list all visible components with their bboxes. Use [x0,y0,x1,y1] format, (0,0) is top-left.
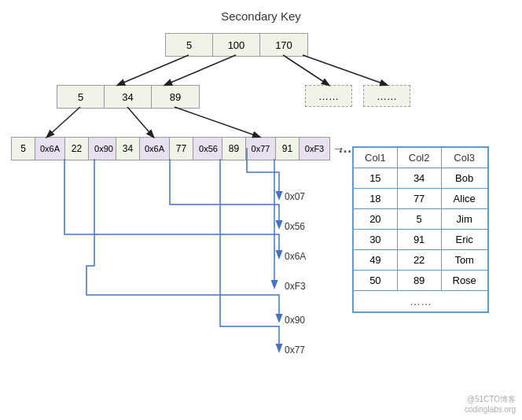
leaf-val-0-1: 0x90 [89,138,119,160]
ptr-label-5: 0x77 [285,344,305,356]
leaf-row-2: 89 0x77 91 0xF3 → [222,137,347,160]
leaf-val-1-0: 0x6A [140,138,170,160]
col-header-1: Col2 [397,148,441,168]
level2-cell-0: 5 [57,86,105,108]
leaf-key-0-0: 5 [12,138,35,160]
leaf-node-0: 5 0x6A 22 0x90 [11,137,119,160]
leaf-node-2: 89 0x77 91 0xF3 [222,137,330,160]
watermark: @51CTO博客 codinglabs.org [465,394,516,414]
table-cell-3-1: 91 [397,230,441,250]
table-cell-5-0: 50 [354,271,398,291]
dashed-node-2: …… [363,85,410,107]
level2-node: 5 34 89 [57,85,200,109]
svg-line-6 [175,107,259,137]
svg-line-1 [165,55,236,85]
table-cell-5-1: 89 [397,271,441,291]
level2-cell-1: 34 [105,86,152,108]
dashed-node-1: …… [305,85,352,107]
table-cell-1-0: 18 [354,189,398,209]
ptr-label-4: 0x90 [285,315,305,326]
table-cell-3-2: Eric [441,230,487,250]
table-cell-4-2: Tom [441,250,487,271]
svg-line-0 [118,55,189,85]
svg-line-4 [47,107,80,137]
svg-line-5 [127,107,153,137]
leaf-node-1: 34 0x6A 77 0x56 [116,137,224,160]
table-cell-0-1: 34 [397,168,441,189]
leaf-key-2-1: 91 [276,138,300,160]
leaf-key-1-1: 77 [170,138,193,160]
root-cell-2: 170 [260,34,307,56]
table-cell-2-2: Jim [441,209,487,230]
table-cell-1-1: 77 [397,189,441,209]
leaf-key-2-0: 89 [222,138,246,160]
table-cell-3-0: 30 [354,230,398,250]
table-cell-2-1: 5 [397,209,441,230]
table-cell-4-1: 22 [397,250,441,271]
table-dots-row: …… [354,291,488,312]
svg-line-3 [303,55,387,85]
table-cell-5-2: Rose [441,271,487,291]
ptr-label-1: 0x56 [285,221,305,232]
svg-line-2 [283,55,329,85]
table-cell-4-0: 49 [354,250,398,271]
page-title: Secondary Key [0,9,522,23]
leaf-val-1-1: 0x56 [193,138,223,160]
leaf-val-2-0: 0x77 [246,138,276,160]
table-cell-1-2: Alice [441,189,487,209]
leaf-val-2-1: 0xF3 [300,138,329,160]
ptr-label-3: 0xF3 [285,281,306,292]
col-header-0: Col1 [354,148,398,168]
leaf-val-0-0: 0x6A [35,138,65,160]
table-cell-2-0: 20 [354,209,398,230]
table-cell-0-0: 15 [354,168,398,189]
ptr-label-0: 0x07 [285,191,305,202]
root-node: 5 100 170 [165,33,308,57]
main-container: Secondary Key 5 100 170 5 34 89 …… …… 5 … [0,0,522,420]
col-header-2: Col3 [441,148,487,168]
table-cell-0-2: Bob [441,168,487,189]
root-cell-1: 100 [213,34,260,56]
leaf-key-1-0: 34 [116,138,140,160]
ptr-label-2: 0x6A [285,251,306,262]
leaf-key-0-1: 22 [65,138,89,160]
root-cell-0: 5 [166,34,213,56]
level2-cell-2: 89 [152,86,199,108]
data-table: Col1 Col2 Col3 1534Bob1877Alice205Jim309… [352,146,489,313]
